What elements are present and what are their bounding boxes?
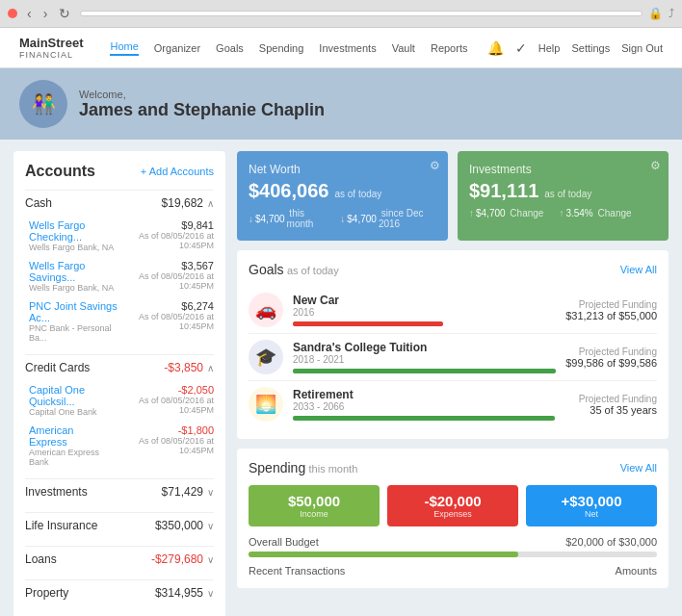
goal-car-year: 2016 [293, 307, 556, 318]
cash-chevron[interactable]: ∧ [207, 198, 214, 209]
spending-header: Spending this month View All [249, 460, 657, 475]
cash-section: Cash $19,682 ∧ Wells Fargo Checking... W… [25, 190, 214, 346]
arrow-down-icon-2: ↓ [340, 214, 345, 224]
goal-icon-car: 🚗 [249, 293, 283, 327]
nav-investments[interactable]: Investments [319, 42, 376, 54]
close-button[interactable] [8, 9, 17, 18]
budget-bar-fill [249, 552, 518, 557]
net-worth-stats: ↓ $4,700 this month ↓ $4,700 since Dec 2… [249, 208, 436, 229]
lock-icon: 🔒 [648, 7, 663, 20]
goals-title-block: Goals as of today [249, 262, 339, 277]
wf-checking-link[interactable]: Wells Fargo Checking... [29, 219, 121, 243]
net-worth-stat-1: ↓ $4,700 since Dec 2016 [340, 208, 436, 229]
nav-spending[interactable]: Spending [259, 42, 304, 54]
net-box: +$30,000 Net [526, 485, 657, 526]
expenses-amount: -$20,000 [397, 493, 509, 509]
expenses-box: -$20,000 Expenses [387, 485, 518, 526]
nav-signout[interactable]: Sign Out [621, 42, 663, 54]
arrow-down-icon: ↓ [249, 214, 253, 224]
accounts-header: Accounts + Add Accounts [25, 163, 214, 180]
goal-car-name: New Car [293, 294, 556, 307]
refresh-button[interactable]: ↻ [55, 6, 74, 21]
nav-home[interactable]: Home [110, 40, 138, 56]
goal-college-right: Projected Funding $99,586 of $99,586 [565, 346, 657, 369]
goal-college-year: 2018 - 2021 [293, 354, 556, 365]
wf-savings-link[interactable]: Wells Fargo Savings... [29, 260, 118, 283]
property-chevron[interactable]: ∨ [207, 588, 214, 599]
nav-goals[interactable]: Goals [216, 42, 244, 54]
loans-section: Loans -$279,680 ∨ [25, 546, 214, 572]
nav-reports[interactable]: Reports [431, 42, 468, 54]
credit-cards-category: Credit Cards -$3,850 ∧ [25, 354, 214, 380]
capital-one-date: As of 08/05/2016 at 10:45PM [118, 396, 214, 415]
goal-item-college: 🎓 Sandra's College Tuition 2018 - 2021 P… [249, 334, 657, 381]
net-label: Net [536, 509, 647, 519]
goal-car-progress [293, 321, 443, 326]
budget-label: Overall Budget [249, 536, 319, 548]
wf-savings-date: As of 08/05/2016 at 10:45PM [118, 271, 214, 291]
goal-retirement-info: Retirement 2033 - 2066 [293, 388, 569, 421]
budget-row: Overall Budget $20,000 of $30,000 [249, 536, 657, 548]
avatar: 👫 [19, 80, 67, 128]
goal-college-funding-amount: $99,586 of $99,586 [565, 357, 657, 369]
bell-icon[interactable]: 🔔 [487, 40, 504, 56]
goal-retirement-year: 2033 - 2066 [293, 401, 569, 412]
investments-widget: ⚙ Investments $91,111 as of today ↑ $4,7… [458, 151, 669, 241]
accounts-title: Accounts [25, 163, 95, 180]
spending-view-all[interactable]: View All [620, 462, 657, 474]
investments-amount-row: $91,111 as of today [469, 180, 657, 202]
address-bar[interactable] [80, 11, 643, 16]
goals-header: Goals as of today View All [249, 262, 657, 277]
recent-transactions-row: Recent Transactions Amounts [249, 565, 657, 577]
add-accounts-link[interactable]: + Add Accounts [141, 166, 214, 177]
pnc-savings-date: As of 08/05/2016 at 10:45PM [121, 312, 214, 331]
amex-link[interactable]: American Express [29, 424, 113, 448]
life-insurance-label: Life Insurance [25, 519, 97, 532]
goal-retirement-progress [293, 416, 555, 421]
nav-help[interactable]: Help [538, 42, 561, 54]
list-item: American Express American Express Bank -… [25, 421, 214, 471]
amex-date: As of 08/05/2016 at 10:45PM [113, 436, 214, 455]
welcome-text-block: Welcome, James and Stephanie Chaplin [79, 89, 325, 120]
goal-college-progress [293, 369, 556, 373]
investments-chevron[interactable]: ∨ [207, 487, 214, 498]
welcome-banner: 👫 Welcome, James and Stephanie Chaplin [0, 68, 682, 140]
pnc-savings-link[interactable]: PNC Joint Savings Ac... [29, 300, 121, 323]
property-label: Property [25, 586, 68, 600]
back-button[interactable]: ‹ [23, 6, 36, 21]
capital-one-amount: -$2,050 [118, 384, 214, 396]
capital-one-link[interactable]: Capital One Quicksil... [29, 384, 118, 407]
goal-item-car: 🚗 New Car 2016 Projected Funding $31,213… [249, 287, 657, 334]
check-icon[interactable]: ✓ [515, 40, 527, 56]
investments-label: Investments [25, 485, 88, 499]
top-widgets: ⚙ Net Worth $406,066 as of today ↓ $4,70… [237, 151, 669, 241]
loans-category: Loans -$279,680 ∨ [25, 546, 214, 572]
goals-subtitle: as of today [287, 265, 339, 276]
net-worth-subtitle: as of today [334, 189, 381, 199]
credit-cards-label: Credit Cards [25, 361, 90, 374]
spending-subtitle: this month [309, 463, 358, 475]
credit-chevron[interactable]: ∧ [207, 363, 214, 373]
goal-retirement-funding-amount: 35 of 35 years [579, 404, 657, 416]
goals-view-all[interactable]: View All [620, 264, 657, 275]
life-insurance-chevron[interactable]: ∨ [207, 521, 214, 531]
goal-college-name: Sandra's College Tuition [293, 341, 556, 354]
forward-button[interactable]: › [39, 6, 52, 21]
nav-settings[interactable]: Settings [571, 42, 610, 54]
nav-vault[interactable]: Vault [392, 42, 415, 54]
loans-chevron[interactable]: ∨ [207, 554, 214, 565]
logo: MainStreet FINANCIAL [19, 36, 83, 60]
accounts-panel: Accounts + Add Accounts Cash $19,682 ∧ W… [13, 151, 225, 616]
goal-retirement-funding-label: Projected Funding [579, 394, 657, 404]
wf-checking-date: As of 08/05/2016 at 10:45PM [121, 231, 214, 250]
nav-organizer[interactable]: Organizer [154, 42, 200, 54]
top-nav: MainStreet FINANCIAL Home Organizer Goal… [0, 28, 682, 68]
investments-widget-subtitle: as of today [544, 189, 591, 199]
credit-cards-amount: -$3,850 ∧ [164, 361, 214, 374]
property-amount: $314,955 ∨ [155, 586, 214, 600]
wf-savings-bank: Wells Fargo Bank, NA [29, 283, 118, 293]
greeting-text: Welcome, [79, 89, 325, 100]
goal-college-info: Sandra's College Tuition 2018 - 2021 [293, 341, 556, 373]
investments-stats: ↑ $4,700 Change ↑ 3.54% Change [469, 208, 657, 218]
list-item: Wells Fargo Checking... Wells Fargo Bank… [25, 216, 214, 256]
